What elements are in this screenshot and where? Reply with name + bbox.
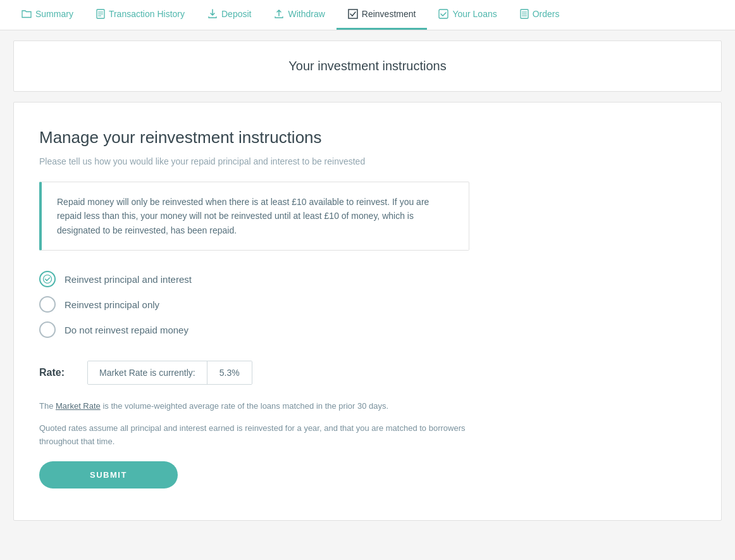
submit-button[interactable]: SUBMIT bbox=[39, 461, 178, 488]
radio-option-do-not-reinvest[interactable]: Do not reinvest repaid money bbox=[39, 321, 696, 338]
page-header-card: Your investment instructions bbox=[13, 40, 722, 92]
section-title: Manage your reinvestment instructions bbox=[39, 128, 696, 147]
svg-rect-4 bbox=[349, 9, 357, 18]
radio-label-principal-only: Reinvest principal only bbox=[65, 299, 159, 310]
footnote-2: Quoted rates assume all principal and in… bbox=[39, 422, 469, 449]
nav-item-your-loans[interactable]: Your Loans bbox=[427, 0, 508, 30]
content-wrapper: Your investment instructions Manage your… bbox=[7, 40, 728, 521]
radio-label-principal-and-interest: Reinvest principal and interest bbox=[65, 274, 192, 285]
rate-label: Rate: bbox=[39, 367, 77, 378]
nav-item-orders[interactable]: Orders bbox=[509, 0, 571, 30]
rate-value: 5.3% bbox=[207, 361, 252, 384]
nav-item-withdraw[interactable]: Withdraw bbox=[262, 0, 336, 30]
nav-item-deposit[interactable]: Deposit bbox=[196, 0, 262, 30]
radio-unchecked-icon-2 bbox=[39, 321, 56, 338]
svg-line-6 bbox=[352, 12, 355, 16]
page-header-title: Your investment instructions bbox=[27, 59, 708, 73]
reinvestment-icon bbox=[348, 9, 358, 19]
section-subtitle: Please tell us how you would like your r… bbox=[39, 156, 696, 166]
nav-bar: Summary Transaction History Deposit bbox=[0, 0, 735, 30]
radio-label-do-not-reinvest: Do not reinvest repaid money bbox=[65, 325, 188, 335]
rate-section: Rate: Market Rate is currently: 5.3% bbox=[39, 361, 696, 385]
footnote-1: The Market Rate is the volume-weighted a… bbox=[39, 400, 469, 413]
upload-icon bbox=[274, 9, 284, 19]
rate-market-label: Market Rate is currently: bbox=[88, 361, 207, 384]
info-box: Repaid money will only be reinvested whe… bbox=[39, 182, 469, 251]
info-box-text: Repaid money will only be reinvested whe… bbox=[57, 195, 454, 237]
nav-item-transaction-history[interactable]: Transaction History bbox=[85, 0, 196, 30]
nav-item-summary[interactable]: Summary bbox=[10, 0, 85, 30]
radio-unchecked-icon-1 bbox=[39, 296, 56, 313]
nav-item-reinvestment[interactable]: Reinvestment bbox=[337, 0, 428, 30]
rate-box: Market Rate is currently: 5.3% bbox=[87, 361, 252, 385]
download-icon bbox=[207, 9, 218, 19]
radio-checked-icon bbox=[39, 271, 56, 287]
main-card: Manage your reinvestment instructions Pl… bbox=[13, 102, 722, 521]
market-rate-link[interactable]: Market Rate bbox=[56, 401, 101, 411]
radio-group: Reinvest principal and interest Reinvest… bbox=[39, 271, 696, 338]
svg-rect-7 bbox=[439, 9, 448, 18]
checkbox-icon bbox=[438, 9, 448, 19]
svg-point-12 bbox=[44, 275, 52, 283]
radio-option-principal-and-interest[interactable]: Reinvest principal and interest bbox=[39, 271, 696, 287]
radio-option-principal-only[interactable]: Reinvest principal only bbox=[39, 296, 696, 313]
folder-icon bbox=[22, 9, 32, 19]
orders-icon bbox=[520, 9, 529, 19]
doc-icon bbox=[96, 9, 105, 19]
